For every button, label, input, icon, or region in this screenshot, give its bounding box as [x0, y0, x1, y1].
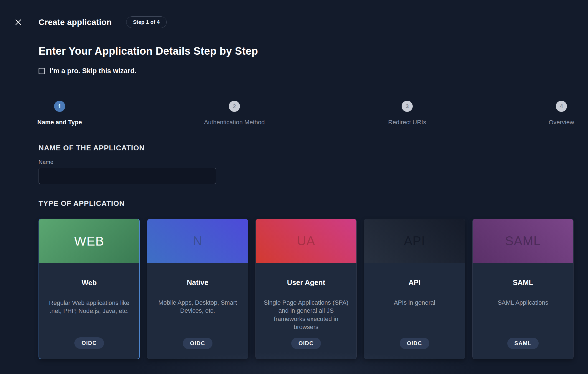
- saml-card-description: SAML Applications: [490, 299, 556, 307]
- native-card-body: Native Mobile Apps, Desktop, Smart Devic…: [147, 263, 248, 359]
- step-2-circle: 2: [229, 101, 240, 112]
- api-card-title: API: [409, 278, 420, 287]
- app-type-card-native[interactable]: N Native Mobile Apps, Desktop, Smart Dev…: [147, 219, 248, 359]
- skip-wizard-option[interactable]: I'm a pro. Skip this wizard.: [39, 67, 136, 75]
- saml-card-title: SAML: [513, 278, 533, 287]
- wizard-topbar: Create application Step 1 of 4: [12, 16, 576, 28]
- name-field-label: Name: [39, 159, 53, 165]
- native-protocol-badge: OIDC: [183, 338, 212, 349]
- close-icon: [15, 19, 22, 26]
- saml-card-banner: SAML: [473, 219, 573, 263]
- native-card-title: Native: [187, 278, 208, 287]
- saml-protocol-badge: SAML: [507, 338, 539, 349]
- api-card-banner: API: [364, 219, 465, 263]
- web-card-body: Web Regular Web applications like .net, …: [39, 263, 139, 359]
- page-title: Create application: [39, 17, 112, 27]
- web-protocol-badge: OIDC: [74, 337, 104, 349]
- name-input[interactable]: [39, 168, 216, 184]
- step-2-label: Authentication Method: [204, 119, 265, 126]
- skip-wizard-label[interactable]: I'm a pro. Skip this wizard.: [50, 67, 136, 75]
- stepper-connector-line: [60, 106, 561, 106]
- web-card-title: Web: [82, 279, 97, 287]
- app-type-card-api[interactable]: API API APIs in general OIDC: [364, 219, 465, 359]
- app-type-card-saml[interactable]: SAML SAML SAML Applications SAML: [472, 219, 574, 359]
- step-4-label: Overview: [549, 119, 574, 126]
- user-agent-card-body: User Agent Single Page Applications (SPA…: [256, 263, 356, 359]
- api-card-description: APIs in general: [386, 299, 443, 307]
- step-indicator-badge: Step 1 of 4: [126, 16, 167, 28]
- web-card-description: Regular Web applications like .net, PHP,…: [39, 299, 139, 315]
- app-type-card-user-agent[interactable]: UA User Agent Single Page Applications (…: [255, 219, 357, 359]
- step-1-label: Name and Type: [37, 119, 82, 126]
- user-agent-card-banner: UA: [256, 219, 356, 263]
- step-4-circle: 4: [556, 101, 567, 112]
- user-agent-card-title: User Agent: [287, 278, 325, 287]
- user-agent-card-description: Single Page Applications (SPA) and in ge…: [256, 299, 356, 331]
- app-type-card-web[interactable]: WEB Web Regular Web applications like .n…: [39, 219, 140, 359]
- step-3-label: Redirect URIs: [388, 119, 426, 126]
- type-section-title: TYPE OF APPLICATION: [39, 199, 125, 208]
- api-protocol-badge: OIDC: [400, 338, 429, 349]
- native-card-banner: N: [147, 219, 248, 263]
- application-type-cards: WEB Web Regular Web applications like .n…: [39, 219, 574, 359]
- step-3-circle: 3: [402, 101, 413, 112]
- native-card-description: Mobile Apps, Desktop, Smart Devices, etc…: [147, 299, 248, 315]
- wizard-heading: Enter Your Application Details Step by S…: [39, 45, 258, 57]
- step-1-circle: 1: [54, 101, 65, 112]
- name-section-title: NAME OF THE APPLICATION: [39, 144, 145, 152]
- api-card-body: API APIs in general OIDC: [364, 263, 465, 359]
- web-card-banner: WEB: [39, 219, 139, 263]
- close-button[interactable]: [12, 16, 24, 28]
- saml-card-body: SAML SAML Applications SAML: [473, 263, 573, 359]
- skip-wizard-checkbox[interactable]: [39, 68, 45, 74]
- user-agent-protocol-badge: OIDC: [291, 338, 321, 349]
